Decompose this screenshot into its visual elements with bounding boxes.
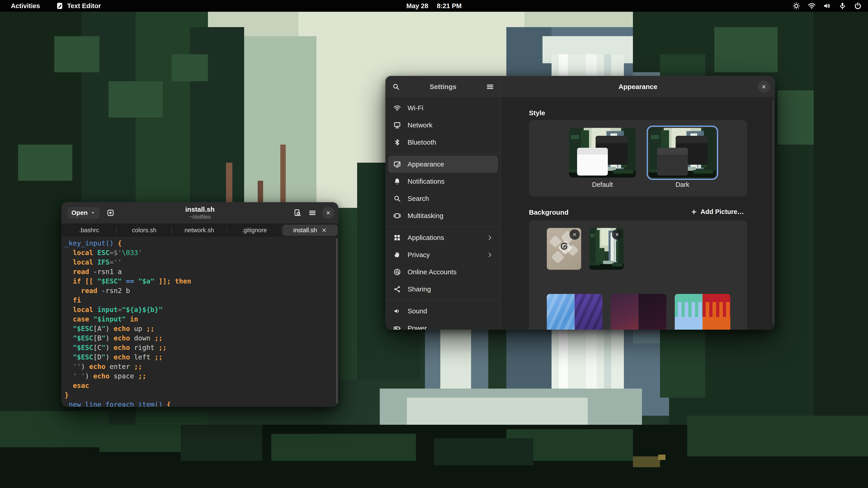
volume-icon[interactable]: [823, 2, 831, 10]
settings-close-button[interactable]: [758, 80, 770, 93]
sidebar-item-applications[interactable]: Applications: [388, 229, 498, 246]
background-thumb-pixel-forest-waterfall[interactable]: [589, 228, 624, 270]
tab-install.sh[interactable]: install.sh: [283, 225, 338, 236]
open-button[interactable]: Open: [67, 207, 99, 219]
sidebar-item-bluetooth[interactable]: Bluetooth: [388, 134, 498, 151]
tab-network.sh[interactable]: network.sh: [172, 224, 227, 237]
caret-down-icon: [90, 210, 95, 215]
sidebar-item-wi-fi[interactable]: Wi-Fi: [388, 99, 498, 117]
brightness-icon[interactable]: [792, 2, 801, 10]
code-line: fi: [65, 295, 338, 305]
chevron-right-icon: [487, 252, 493, 258]
text-editor-app-icon: [56, 2, 64, 10]
sidebar-item-network[interactable]: Network: [388, 117, 498, 134]
sidebar-item-label: Wi-Fi: [408, 104, 493, 112]
code-line: ' ') echo space ;;: [65, 371, 338, 381]
panel-headerbar: Appearance: [501, 76, 775, 98]
sidebar-headerbar: Settings: [385, 76, 501, 98]
chevron-right-icon: [487, 234, 493, 241]
tab-bar: .bashrccolors.shnetwork.sh.gitignoreinst…: [61, 224, 338, 237]
plus-icon: [690, 208, 698, 215]
appearance-panel: Appearance Style Default: [501, 76, 775, 330]
background-preset-red-maroon-waves[interactable]: [611, 294, 666, 330]
code-line: "$ESC[D") echo left ;;: [65, 352, 338, 362]
code-line: '') echo enter ;;: [65, 362, 338, 371]
wifi-icon[interactable]: [807, 2, 816, 10]
preset-light-half: [547, 294, 575, 330]
tab-colors.sh[interactable]: colors.sh: [117, 224, 172, 237]
background-preset-blue-orange-drips[interactable]: [675, 294, 730, 330]
notifications-icon: [393, 177, 401, 186]
sidebar-item-online-accounts[interactable]: Online Accounts: [388, 263, 498, 281]
system-tray[interactable]: [792, 2, 862, 10]
activities-button[interactable]: Activities: [8, 2, 43, 10]
settings-menu-button[interactable]: [485, 82, 495, 92]
code-line: if [[ "$ESC" == "$a" ]]; then: [65, 276, 338, 286]
editor-menu-button[interactable]: [307, 207, 318, 218]
tab-.bashrc[interactable]: .bashrc: [61, 224, 117, 237]
settings-title: Settings: [430, 83, 456, 91]
preset-light-half: [611, 294, 639, 330]
sidebar-item-appearance[interactable]: Appearance: [388, 156, 498, 173]
sidebar-item-notifications[interactable]: Notifications: [388, 173, 498, 190]
document-search-button[interactable]: [292, 207, 303, 218]
app-menu-button[interactable]: Text Editor: [56, 2, 101, 10]
tab-label: .gitignore: [242, 227, 267, 234]
sidebar-item-search[interactable]: Search: [388, 190, 498, 207]
sidebar-item-label: Sharing: [408, 285, 493, 293]
sidebar-item-sound[interactable]: Sound: [388, 302, 498, 320]
sidebar-item-label: Network: [408, 121, 493, 129]
editor-scrollbar[interactable]: [336, 238, 338, 403]
sidebar-item-label: Power: [408, 324, 493, 330]
sidebar-item-label: Sound: [408, 307, 493, 315]
tab-close-icon[interactable]: [321, 227, 327, 233]
wallpaper-logo-glyph: [558, 241, 570, 254]
style-option-dark[interactable]: [649, 128, 716, 177]
panel-body: Style Default Dark Background: [501, 98, 775, 330]
background-thumb-abstract-beige-tiles[interactable]: [547, 228, 581, 270]
add-picture-button[interactable]: Add Picture…: [687, 206, 747, 217]
document-title-box: install.sh ~/dotfiles: [185, 205, 215, 220]
sidebar-item-sharing[interactable]: Sharing: [388, 281, 498, 298]
power-icon[interactable]: [854, 2, 862, 10]
style-option-default[interactable]: [569, 128, 636, 177]
top-bar: Activities Text Editor May 28 8:21 PM: [0, 0, 868, 12]
search-button[interactable]: [391, 82, 401, 92]
remove-background-button[interactable]: [612, 229, 622, 240]
wifi-icon: [393, 104, 401, 112]
background-preset-blue-purple-geometric[interactable]: [547, 294, 602, 330]
style-section-label: Style: [529, 109, 545, 117]
tab-.gitignore[interactable]: .gitignore: [227, 224, 282, 237]
sidebar-item-label: Applications: [408, 234, 480, 241]
appearance-icon: [393, 160, 401, 168]
style-card: Default Dark: [529, 120, 747, 196]
applications-icon: [393, 234, 401, 242]
sidebar-item-multitasking[interactable]: Multitasking: [388, 207, 498, 224]
code-line: local ESC=$'\033': [65, 248, 338, 258]
remove-background-button[interactable]: [569, 229, 580, 240]
clock-button[interactable]: May 28 8:21 PM: [406, 2, 462, 10]
settings-scrollbar[interactable]: [773, 100, 774, 324]
sidebar-item-power[interactable]: Power: [388, 320, 498, 330]
editor-close-button[interactable]: [322, 207, 334, 219]
sharing-icon: [393, 285, 401, 293]
code-area[interactable]: _key_input() { local ESC=$'\033' local I…: [61, 237, 338, 407]
sidebar-item-label: Multitasking: [408, 212, 493, 220]
sidebar-item-label: Online Accounts: [408, 268, 493, 276]
document-title: install.sh: [185, 205, 215, 213]
code-line: _key_input() {: [65, 238, 338, 248]
sidebar-item-label: Search: [408, 195, 493, 202]
sidebar-item-privacy[interactable]: Privacy: [388, 246, 498, 263]
new-tab-button[interactable]: [105, 207, 116, 218]
tab-label: network.sh: [184, 227, 214, 234]
code-line: "$ESC[B") echo down ;;: [65, 333, 338, 343]
preview-front-window: [657, 148, 688, 175]
background-card: [529, 220, 747, 330]
code-line: case "$input" in: [65, 315, 338, 324]
code-line: _new_line_foreach_item() {: [65, 400, 338, 407]
code-line: read -rsn1 a: [65, 267, 338, 276]
microphone-icon[interactable]: [838, 2, 847, 10]
sound-icon: [393, 307, 401, 315]
panel-title: Appearance: [618, 83, 657, 91]
privacy-icon: [393, 251, 401, 259]
